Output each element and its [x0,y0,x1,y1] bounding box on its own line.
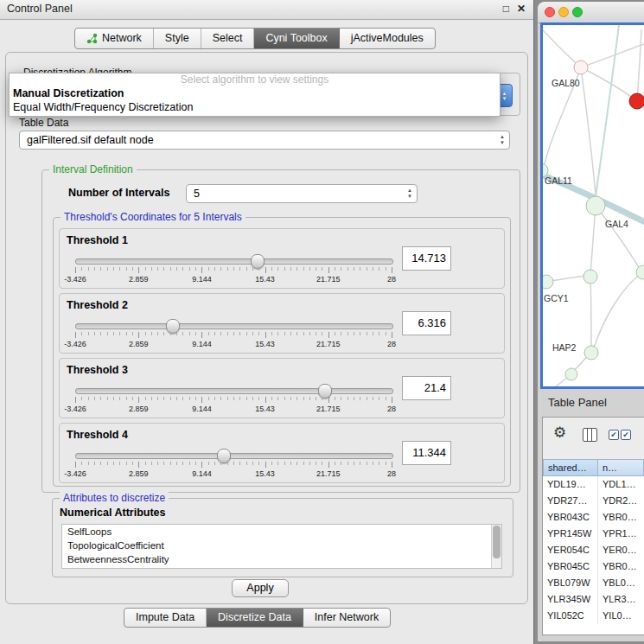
node[interactable] [565,368,577,380]
algorithm-dropdown-popup: Select algorithm to view settings Manual… [9,73,501,117]
window-title: Control Panel [7,3,73,15]
slider-major-ticks [75,332,395,338]
tab-impute-data[interactable]: Impute Data [124,609,207,627]
slider-major-ticks [75,267,395,273]
table-row[interactable]: YPR145WYPR1… [543,526,644,542]
close-icon[interactable]: ✕ [517,3,526,15]
column-header-shared-name[interactable]: shared… [543,459,598,476]
dropdown-option-equal-width-frequency[interactable]: Equal Width/Frequency Discretization [10,100,500,114]
threshold-2-slider[interactable]: -3.426 2.859 9.144 15.43 21.715 28 [75,318,392,348]
scrollbar-thumb[interactable] [493,526,501,558]
zoom-traffic-light-icon[interactable] [572,7,583,17]
arrow-down-icon: ▼ [502,96,507,101]
list-scrollbar[interactable] [491,525,501,568]
tab-label: Cyni Toolbox [265,29,327,48]
table-panel-title: Table Panel [548,396,607,409]
numerical-attributes-label: Numerical Attributes [60,507,165,519]
number-of-intervals-label: Number of Intervals [68,187,169,199]
list-item[interactable]: BetweennessCentrality [62,552,501,566]
table-data-combobox[interactable]: galFiltered.sif default node ▲▼ [19,131,510,150]
slider-track[interactable] [75,323,393,329]
table-panel: ⚙ ✔ ✔ shared… n… YDL19…YDL1… YDR27…YDR2…… [542,417,644,635]
table-body: YDL19…YDL1… YDR27…YDR2… YBR043CYBR0… YPR… [543,476,644,634]
table-header-row: shared… n… [543,459,644,476]
tab-network[interactable]: Network [75,29,154,48]
dropdown-prompt: Select algorithm to view settings [10,73,500,86]
threshold-3-value-field[interactable]: 21.4 [402,376,451,400]
table-row[interactable]: YDL19…YDL1… [543,476,644,493]
table-row[interactable]: YLR345WYLR3… [543,591,644,608]
list-item[interactable]: SelfLoops [62,525,501,539]
numerical-attributes-list[interactable]: SelfLoops TopologicalCoefficient Between… [61,524,502,569]
tab-discretize-data[interactable]: Discretize Data [207,609,303,627]
slider-track[interactable] [75,388,393,394]
node-gal80[interactable] [574,61,588,74]
apply-button[interactable]: Apply [232,579,289,597]
number-of-intervals-combobox[interactable]: 5 ▲▼ [186,184,418,203]
threshold-2-value-field[interactable]: 6.316 [402,311,451,335]
tab-label: Impute Data [136,609,194,627]
slider-major-ticks [75,397,395,403]
slider-major-ticks [75,462,395,468]
group-legend: Interval Definition [49,163,137,175]
float-window-icon[interactable]: □ [503,3,509,15]
node-label: GAL11 [545,175,572,186]
table-row[interactable]: YER054CYER0… [543,542,644,558]
node-label: GAL4 [605,219,628,229]
close-traffic-light-icon[interactable] [545,7,555,17]
combobox-arrows-icon: ▲▼ [500,134,505,146]
tab-cyni-toolbox[interactable]: Cyni Toolbox [254,29,339,48]
threshold-1-panel: Threshold 1 -3.426 2.859 9.144 15.43 21.… [59,228,505,289]
group-legend: Threshold's Coordinates for 5 Intervals [61,211,245,223]
table-row[interactable]: YBL079WYBL0… [543,575,644,591]
threshold-1-slider[interactable]: -3.426 2.859 9.144 15.43 21.715 28 [75,253,392,283]
node-gcy1[interactable] [543,275,553,289]
threshold-4-slider[interactable]: -3.426 2.859 9.144 15.43 21.715 28 [75,448,392,477]
combobox-value: 5 [194,185,200,202]
combobox-value: galFiltered.sif default node [27,131,154,149]
tab-label: Select [213,29,243,48]
slider-track[interactable] [75,258,393,265]
threshold-1-label: Threshold 1 [67,234,128,246]
table-row[interactable]: YBR045CYBR0… [543,558,644,575]
threshold-4-value-field[interactable]: 11.344 [402,441,451,465]
column-header-name[interactable]: n… [598,459,644,476]
tab-select[interactable]: Select [201,29,255,48]
node[interactable] [583,270,597,284]
group-legend: Attributes to discretize [60,492,169,504]
node-gal4[interactable] [586,196,605,215]
network-view-frame: GAL80 GAL11 GAL4 GCY1 HAP2 [540,22,644,389]
dropdown-option-manual-discretization[interactable]: Manual Discretization [10,86,500,100]
threshold-1-value-field[interactable]: 14.713 [402,246,451,271]
node-red-selected[interactable] [629,93,644,109]
main-window-titlebar[interactable] [538,2,644,23]
list-item[interactable]: TopologicalCoefficient [62,539,501,552]
gear-icon[interactable]: ⚙ [553,424,566,442]
minimize-traffic-light-icon[interactable] [558,7,569,17]
control-panel-titlebar[interactable]: Control Panel □ ✕ [0,0,533,20]
tab-jactivemodules[interactable]: jActiveModules [340,29,435,48]
table-row[interactable]: YIL052CYIL0… [543,608,644,624]
table-row[interactable]: YDR27…YDR2… [543,493,644,509]
slider-scale-labels: -3.426 2.859 9.144 15.43 21.715 28 [75,405,392,413]
table-toolbar: ⚙ ✔ ✔ [543,418,644,459]
checkbox-icon[interactable]: ✔ [609,430,619,440]
tab-infer-network[interactable]: Infer Network [303,609,390,627]
node-label: GAL80 [552,78,580,88]
tab-style[interactable]: Style [154,29,201,48]
threshold-4-label: Threshold 4 [67,429,128,441]
show-columns-icon[interactable] [583,428,597,442]
main-window: GAL80 GAL11 GAL4 GCY1 HAP2 Table Panel ⚙… [538,2,644,641]
threshold-4-panel: Threshold 4 -3.426 2.859 9.144 15.43 21.… [59,423,505,483]
network-canvas[interactable]: GAL80 GAL11 GAL4 GCY1 HAP2 [543,25,644,386]
table-row[interactable]: YBR043CYBR0… [543,509,644,526]
tab-label: Infer Network [315,609,379,627]
checkbox-icon[interactable]: ✔ [621,430,631,440]
tab-label: jActiveModules [351,29,424,48]
threshold-3-label: Threshold 3 [67,364,128,376]
node-hap2[interactable] [584,346,598,360]
node-label: GCY1 [544,293,569,303]
slider-track[interactable] [75,453,393,459]
threshold-3-slider[interactable]: -3.426 2.859 9.144 15.43 21.715 28 [75,383,392,412]
tab-label: Style [165,29,189,48]
